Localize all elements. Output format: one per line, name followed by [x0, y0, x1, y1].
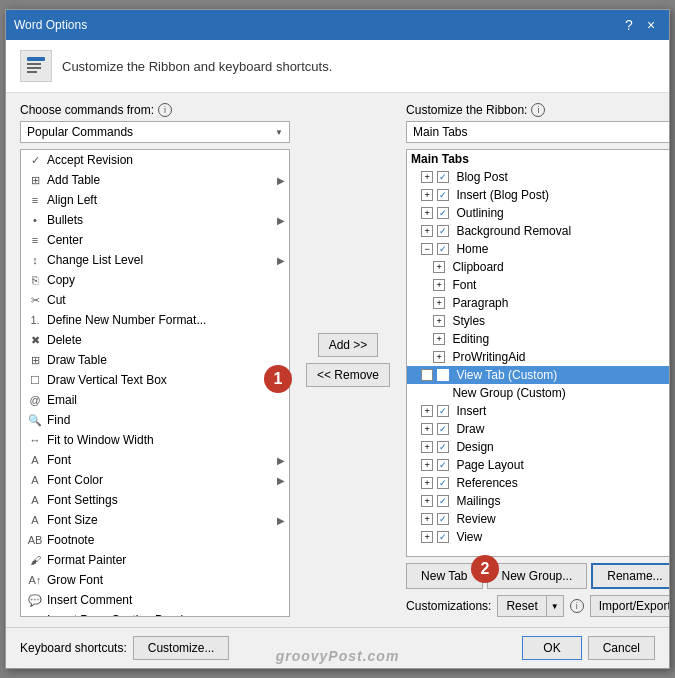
ribbon-item[interactable]: + ✓ View: [407, 528, 669, 546]
list-item[interactable]: 💬 Insert Comment: [21, 590, 289, 610]
list-item[interactable]: A Font Color ▶: [21, 470, 289, 490]
expand-btn[interactable]: +: [421, 171, 433, 183]
rename-button[interactable]: Rename...: [591, 563, 669, 589]
expand-btn[interactable]: +: [421, 225, 433, 237]
remove-button[interactable]: << Remove: [306, 363, 390, 387]
ribbon-item[interactable]: + ✓ Mailings: [407, 492, 669, 510]
new-group-button[interactable]: New Group...: [487, 563, 588, 589]
list-item[interactable]: AB Footnote: [21, 530, 289, 550]
checkbox[interactable]: ✓: [437, 189, 449, 201]
expand-btn[interactable]: +: [421, 531, 433, 543]
expand-btn[interactable]: +: [433, 261, 445, 273]
ribbon-item[interactable]: + ✓ Outlining: [407, 204, 669, 222]
list-item[interactable]: 🔍 Find: [21, 410, 289, 430]
ribbon-item[interactable]: − ✓ Home: [407, 240, 669, 258]
list-item[interactable]: A Font Settings: [21, 490, 289, 510]
expand-btn[interactable]: +: [433, 333, 445, 345]
ribbon-item[interactable]: + ✓ Blog Post: [407, 168, 669, 186]
list-item[interactable]: ⎘ Copy: [21, 270, 289, 290]
list-item[interactable]: ↔ Fit to Window Width: [21, 430, 289, 450]
expand-btn[interactable]: +: [421, 513, 433, 525]
command-label: Define New Number Format...: [47, 313, 206, 327]
checkbox[interactable]: ✓: [437, 225, 449, 237]
expand-btn[interactable]: −: [421, 243, 433, 255]
ribbon-item[interactable]: + ✓ Review: [407, 510, 669, 528]
reset-dropdown[interactable]: Reset ▼: [497, 595, 563, 617]
checkbox[interactable]: ✓: [437, 531, 449, 543]
tab-label: References: [453, 476, 518, 490]
ribbon-item[interactable]: + ✓ Page Layout: [407, 456, 669, 474]
ribbon-item[interactable]: + Styles: [407, 312, 669, 330]
ribbon-dropdown[interactable]: Main Tabs ▼: [406, 121, 669, 143]
expand-btn[interactable]: +: [433, 279, 445, 291]
ribbon-item[interactable]: + ✓ Draw: [407, 420, 669, 438]
ribbon-info-icon[interactable]: i: [531, 103, 545, 117]
commands-list[interactable]: ✓ Accept Revision ⊞ Add Table ▶ ≡ Align …: [20, 149, 290, 617]
list-item[interactable]: ⊞ Draw Table: [21, 350, 289, 370]
expand-btn[interactable]: +: [421, 423, 433, 435]
checkbox[interactable]: ✓: [437, 369, 449, 381]
checkbox[interactable]: ✓: [437, 423, 449, 435]
expand-btn[interactable]: +: [421, 495, 433, 507]
list-item[interactable]: 1. Define New Number Format...: [21, 310, 289, 330]
customizations-info-icon[interactable]: i: [570, 599, 584, 613]
list-item[interactable]: A↑ Grow Font: [21, 570, 289, 590]
list-item[interactable]: ↕ Change List Level ▶: [21, 250, 289, 270]
help-button[interactable]: ?: [619, 16, 639, 34]
list-item[interactable]: @ Email: [21, 390, 289, 410]
list-item[interactable]: ✖ Delete: [21, 330, 289, 350]
checkbox[interactable]: ✓: [437, 459, 449, 471]
ribbon-item[interactable]: + Font: [407, 276, 669, 294]
expand-btn[interactable]: +: [433, 297, 445, 309]
expand-btn[interactable]: +: [421, 207, 433, 219]
list-item[interactable]: ≡ Center: [21, 230, 289, 250]
ribbon-item[interactable]: + Paragraph: [407, 294, 669, 312]
choose-info-icon[interactable]: i: [158, 103, 172, 117]
ribbon-item[interactable]: + ✓ References: [407, 474, 669, 492]
ribbon-item[interactable]: New Group (Custom): [407, 384, 669, 402]
import-export-dropdown[interactable]: Import/Export ▼: [590, 595, 669, 617]
ribbon-item[interactable]: + ✓ Insert: [407, 402, 669, 420]
ribbon-item[interactable]: + ✓ Background Removal: [407, 222, 669, 240]
checkbox[interactable]: ✓: [437, 441, 449, 453]
checkbox[interactable]: ✓: [437, 495, 449, 507]
list-item[interactable]: • Bullets ▶: [21, 210, 289, 230]
ribbon-list[interactable]: Main Tabs + ✓ Blog Post + ✓ Insert (Blog…: [406, 149, 669, 557]
checkbox[interactable]: ✓: [437, 513, 449, 525]
list-item[interactable]: 🖌 Format Painter: [21, 550, 289, 570]
checkbox[interactable]: ✓: [437, 405, 449, 417]
import-export-text[interactable]: Import/Export: [591, 596, 669, 616]
ribbon-item[interactable]: + ✓ Design: [407, 438, 669, 456]
commands-dropdown[interactable]: Popular Commands ▼: [20, 121, 290, 143]
close-button[interactable]: ×: [641, 16, 661, 34]
list-item[interactable]: ☐ Draw Vertical Text Box: [21, 370, 289, 390]
checkbox[interactable]: ✓: [437, 171, 449, 183]
checkbox[interactable]: ✓: [437, 207, 449, 219]
ribbon-item[interactable]: + Editing: [407, 330, 669, 348]
list-item[interactable]: ≡ Align Left: [21, 190, 289, 210]
ribbon-item[interactable]: + Clipboard: [407, 258, 669, 276]
reset-arrow[interactable]: ▼: [547, 596, 563, 616]
checkbox[interactable]: ✓: [437, 477, 449, 489]
expand-btn[interactable]: +: [421, 405, 433, 417]
list-item[interactable]: ↵ Insert Page Section Breaks ▶: [21, 610, 289, 617]
checkbox[interactable]: ✓: [437, 243, 449, 255]
ribbon-item[interactable]: Main Tabs: [407, 150, 669, 168]
ribbon-item[interactable]: + ✓ Insert (Blog Post): [407, 186, 669, 204]
list-item[interactable]: ✓ Accept Revision: [21, 150, 289, 170]
expand-btn[interactable]: +: [433, 315, 445, 327]
expand-btn[interactable]: +: [421, 477, 433, 489]
list-item[interactable]: ⊞ Add Table ▶: [21, 170, 289, 190]
expand-btn[interactable]: +: [421, 459, 433, 471]
ribbon-item[interactable]: ✓ View Tab (Custom): [407, 366, 669, 384]
ribbon-item[interactable]: + ProWritingAid: [407, 348, 669, 366]
list-item[interactable]: A Font Size ▶: [21, 510, 289, 530]
expand-btn[interactable]: [421, 369, 433, 381]
expand-btn[interactable]: +: [421, 441, 433, 453]
expand-btn[interactable]: +: [433, 351, 445, 363]
reset-text[interactable]: Reset: [498, 596, 546, 616]
list-item[interactable]: A Font ▶: [21, 450, 289, 470]
list-item[interactable]: ✂ Cut: [21, 290, 289, 310]
add-button[interactable]: Add >>: [318, 333, 379, 357]
expand-btn[interactable]: +: [421, 189, 433, 201]
